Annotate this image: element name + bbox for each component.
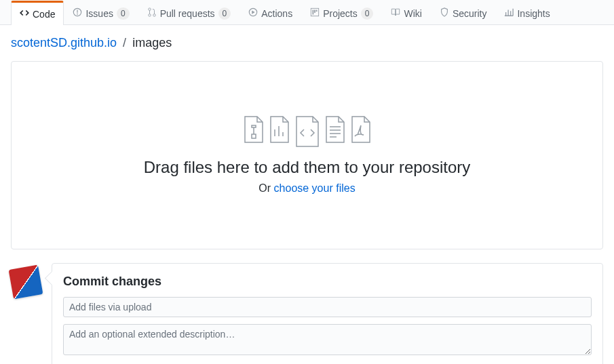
svg-rect-11 bbox=[252, 125, 256, 127]
play-icon bbox=[248, 7, 258, 19]
code-file-icon bbox=[294, 116, 320, 147]
tab-label: Insights bbox=[517, 8, 550, 19]
tab-label: Wiki bbox=[404, 8, 421, 19]
graph-icon bbox=[504, 7, 514, 19]
commit-summary-input[interactable] bbox=[63, 297, 592, 317]
dropzone-subtitle: Or choose your files bbox=[25, 182, 589, 195]
tab-counter: 0 bbox=[117, 7, 130, 20]
project-icon bbox=[310, 7, 320, 19]
dropzone-title: Drag files here to add them to your repo… bbox=[25, 158, 589, 177]
svg-point-3 bbox=[148, 8, 151, 11]
pull-request-icon bbox=[147, 7, 157, 19]
tab-code[interactable]: Code bbox=[11, 1, 64, 25]
breadcrumb-separator: / bbox=[120, 36, 129, 49]
code-icon bbox=[20, 8, 29, 20]
tab-label: Code bbox=[33, 9, 55, 20]
commit-description-input[interactable] bbox=[63, 324, 592, 355]
issue-icon bbox=[73, 7, 82, 19]
shield-icon bbox=[440, 7, 449, 19]
svg-rect-8 bbox=[313, 10, 314, 15]
upload-dropzone[interactable]: Drag files here to add them to your repo… bbox=[11, 61, 603, 249]
file-type-icons bbox=[25, 116, 589, 147]
tab-label: Issues bbox=[85, 8, 113, 19]
svg-point-5 bbox=[153, 14, 155, 17]
tab-label: Actions bbox=[261, 8, 292, 19]
choose-files-link[interactable]: choose your files bbox=[274, 182, 356, 194]
svg-point-4 bbox=[148, 14, 151, 17]
pdf-file-icon bbox=[350, 116, 372, 143]
breadcrumb-repo-link[interactable]: scotentSD.github.io bbox=[11, 36, 117, 49]
repo-tabs: Code Issues 0 Pull requests 0 Actions Pr… bbox=[0, 0, 614, 25]
tab-wiki[interactable]: Wiki bbox=[382, 1, 430, 25]
tab-counter: 0 bbox=[218, 7, 231, 20]
tab-label: Projects bbox=[323, 8, 358, 19]
book-icon bbox=[391, 7, 400, 19]
svg-rect-12 bbox=[252, 134, 256, 138]
breadcrumb: scotentSD.github.io / images bbox=[11, 36, 603, 50]
svg-rect-9 bbox=[314, 10, 315, 13]
commit-heading: Commit changes bbox=[63, 275, 592, 289]
chart-file-icon bbox=[269, 116, 290, 143]
tab-label: Pull requests bbox=[160, 8, 215, 19]
tab-actions[interactable]: Actions bbox=[239, 1, 301, 25]
text-file-icon bbox=[324, 116, 346, 143]
svg-point-1 bbox=[77, 14, 79, 15]
svg-rect-2 bbox=[77, 10, 78, 13]
svg-rect-10 bbox=[316, 10, 318, 12]
tab-counter: 0 bbox=[361, 7, 374, 20]
tab-insights[interactable]: Insights bbox=[495, 1, 558, 25]
tab-issues[interactable]: Issues 0 bbox=[64, 1, 138, 25]
user-avatar bbox=[9, 265, 43, 300]
tab-pull-requests[interactable]: Pull requests 0 bbox=[138, 1, 240, 25]
commit-form: Commit changes bbox=[52, 263, 603, 364]
tab-security[interactable]: Security bbox=[431, 1, 496, 25]
tab-label: Security bbox=[453, 8, 487, 19]
zip-file-icon bbox=[243, 116, 265, 143]
breadcrumb-folder: images bbox=[132, 36, 172, 49]
tab-projects[interactable]: Projects 0 bbox=[301, 1, 382, 25]
